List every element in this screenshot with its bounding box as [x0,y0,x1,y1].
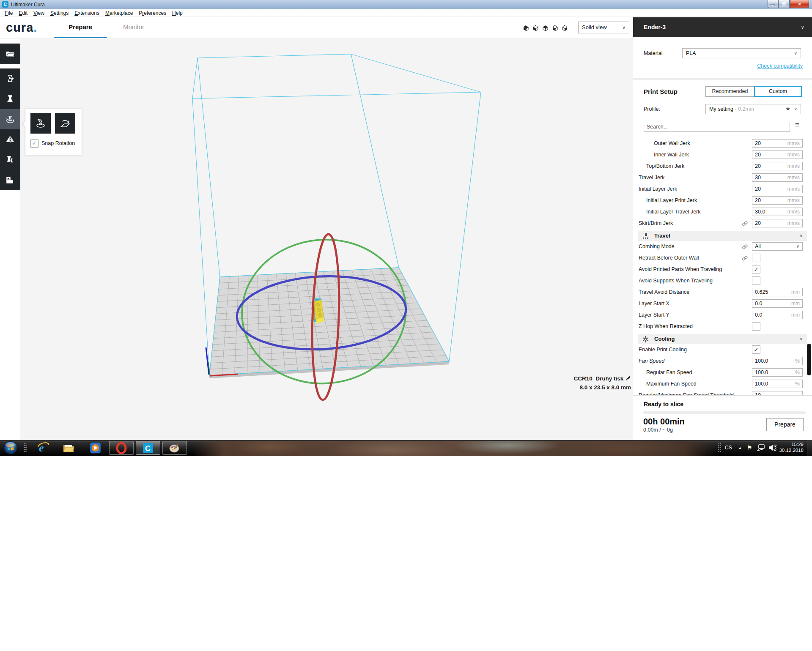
machine-header[interactable]: Ender-3 ∨ [633,17,812,37]
setting-checkbox[interactable] [752,254,760,262]
windows-explorer-button[interactable] [62,441,75,454]
menu-settings[interactable]: Settings [47,10,71,16]
menu-file[interactable]: File [2,10,16,16]
volume-icon[interactable] [768,444,776,453]
setting-row-travel-jerk: Travel Jerk30mm/s [633,172,812,183]
tab-prepare[interactable]: Prepare [54,17,107,38]
custom-button[interactable]: Custom [754,86,802,97]
menu-edit[interactable]: Edit [16,10,30,16]
setting-input[interactable]: 20mm/s [752,150,803,159]
setting-row-combing-mode: Combing ModeAll∨ [633,241,812,252]
section-header-travel[interactable]: Travel∨ [638,231,807,241]
move-tool-button[interactable] [0,68,20,89]
rotate-tool-button[interactable] [0,109,20,129]
settings-search-input[interactable] [644,122,790,132]
view-front-icon[interactable] [532,25,539,32]
setting-checkbox[interactable]: ✓ [752,265,760,274]
setting-input[interactable]: 10 [752,391,803,395]
setting-input[interactable]: 100.0% [752,380,803,388]
setting-row-skirt-brim-jerk: Skirt/Brim Jerk20mm/s [633,218,812,229]
media-player-button[interactable] [89,441,102,454]
slice-progress-bar [643,411,806,414]
setting-label: Skirt/Brim Jerk [633,218,673,229]
material-dropdown[interactable]: PLA ∨ [682,48,801,58]
setting-input[interactable]: 30.0mm/s [752,208,803,216]
setting-input[interactable]: 20mm/s [752,185,803,193]
setting-input[interactable]: 20mm/s [752,162,803,170]
menu-marketplace[interactable]: Marketplace [102,10,136,16]
view-right-icon[interactable] [561,25,568,32]
job-name[interactable]: CCR10_Druhy tisk [486,375,631,382]
view-top-icon[interactable] [542,25,549,32]
cura-taskbar-button[interactable]: C [136,441,160,455]
setting-input[interactable]: 20mm/s [752,139,803,148]
profile-dropdown[interactable]: My setting - 0.2mm ★ ∨ [705,104,801,114]
setting-input[interactable]: 20mm/s [752,219,803,227]
setting-row-travel-avoid-distance: Travel Avoid Distance0.625mm [633,287,812,298]
start-button[interactable] [4,441,17,456]
setting-value: 30.0 [755,208,765,216]
setting-row-retract-before-outer-wall: Retract Before Outer Wall [633,252,812,264]
recommended-button[interactable]: Recommended [705,86,754,97]
panel-scrollbar[interactable] [807,344,811,375]
reset-rotation-button[interactable] [30,113,51,134]
opera-button[interactable] [109,441,134,455]
menu-extensions[interactable]: Extensions [71,10,102,16]
taskbar-grip[interactable] [24,443,27,453]
setting-input[interactable]: 20mm/s [752,196,803,205]
setting-label: Initial Layer Print Jerk [633,195,697,206]
setting-unit: mm/s [787,197,800,204]
paint-button[interactable] [162,441,187,455]
support-blocker-button[interactable] [0,170,20,190]
open-file-button[interactable] [0,44,20,64]
tray-grip[interactable] [718,443,721,453]
setting-row-layer-start-y: Layer Start Y0.0mm [633,309,812,321]
tray-expand-icon[interactable]: ▲ [738,440,742,456]
show-desktop-button[interactable] [807,440,812,456]
language-indicator[interactable]: CS [725,440,732,456]
snap-rotation-checkbox[interactable]: ✓ [30,140,38,148]
setting-input[interactable]: 0.0mm [752,299,803,308]
scale-tool-button[interactable] [0,89,20,109]
internet-explorer-button[interactable]: e [36,441,50,454]
menu-preferences[interactable]: Preferences [136,10,169,16]
setting-input[interactable]: 100.0% [752,368,803,377]
chevron-down-icon: ∨ [796,243,799,250]
section-separator [633,78,812,80]
minimize-button[interactable] [768,0,778,8]
action-center-flag-icon[interactable]: ⚑ [747,440,752,456]
restore-button[interactable] [778,0,790,8]
mirror-tool-button[interactable] [0,129,20,150]
setting-label: Regular Fan Speed [633,367,692,378]
check-compatibility-link[interactable]: Check compatibility [757,63,803,69]
setting-checkbox[interactable]: ✓ [752,345,760,354]
close-button[interactable]: × [790,0,809,8]
setting-input[interactable]: 0.625mm [752,288,803,296]
view-mode-dropdown[interactable]: Solid view ∨ [578,22,629,33]
tab-monitor[interactable]: Monitor [107,17,160,37]
network-icon[interactable] [756,444,765,453]
lay-flat-button[interactable] [55,113,75,134]
setting-row-avoid-printed-parts-when-traveling: Avoid Printed Parts When Traveling✓ [633,264,812,275]
setting-checkbox[interactable] [752,322,760,331]
per-model-settings-button[interactable] [0,150,20,170]
setting-input[interactable]: 0.0mm [752,311,803,319]
tray-clock[interactable]: 15:29 30.12.2018 [776,441,804,453]
setting-unit: mm [791,288,800,296]
setting-checkbox[interactable] [752,276,760,285]
settings-menu-icon[interactable]: ≡ [795,121,799,129]
star-icon[interactable]: ★ [785,104,790,114]
scale-tool-icon [5,94,15,104]
view-3d-icon[interactable] [522,25,529,32]
view-left-icon[interactable] [551,25,559,32]
setting-dropdown[interactable]: All∨ [752,242,803,251]
setting-input[interactable]: 30mm/s [752,173,803,182]
menu-view[interactable]: View [30,10,47,16]
setting-label: Initial Layer Travel Jerk [633,206,701,218]
prepare-button[interactable]: Prepare [766,418,804,431]
setting-input[interactable]: 100.0% [752,357,803,365]
setting-value: All [755,243,761,250]
menu-help[interactable]: Help [169,10,186,16]
edit-pencil-icon[interactable] [625,375,631,381]
section-header-cooling[interactable]: Cooling∨ [638,334,807,344]
